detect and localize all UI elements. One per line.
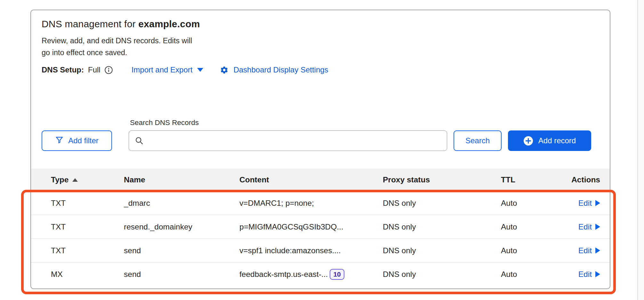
add-filter-button[interactable]: Add filter xyxy=(42,130,112,151)
page-right-edge-divider xyxy=(637,0,644,300)
edit-label: Edit xyxy=(578,222,592,231)
column-header-ttl: TTL xyxy=(501,175,564,184)
cell-ttl: Auto xyxy=(501,270,564,279)
caret-right-icon xyxy=(595,200,600,206)
search-button-label: Search xyxy=(465,136,490,145)
cell-name: _dmarc xyxy=(124,199,239,208)
table-row: TXT send v=spf1 include:amazonses.... DN… xyxy=(31,238,610,262)
description-line-1: Review, add, and edit DNS records. Edits… xyxy=(42,35,610,47)
page-title-prefix: DNS management for xyxy=(42,19,138,29)
table-row: TXT _dmarc v=DMARC1; p=none; DNS only Au… xyxy=(31,191,610,215)
column-header-actions: Actions xyxy=(571,175,610,184)
search-input[interactable] xyxy=(129,130,447,151)
cell-ttl: Auto xyxy=(501,199,564,208)
info-icon[interactable] xyxy=(104,66,113,74)
search-field-group: Search DNS Records xyxy=(129,119,447,151)
edit-record-link[interactable]: Edit xyxy=(578,270,600,279)
dns-setup-value: Full xyxy=(88,65,101,74)
edit-label: Edit xyxy=(578,270,592,279)
cell-ttl: Auto xyxy=(501,246,564,255)
column-header-name: Name xyxy=(124,175,239,184)
import-export-link[interactable]: Import and Export xyxy=(132,65,204,74)
cell-proxy-status: DNS only xyxy=(383,199,501,208)
caret-right-icon xyxy=(595,247,600,254)
plus-circle-icon xyxy=(523,136,533,146)
dashboard-display-settings-link[interactable]: Dashboard Display Settings xyxy=(220,65,328,74)
edit-label: Edit xyxy=(578,199,592,208)
cell-name: send xyxy=(124,270,239,279)
description-line-2: go into effect once saved. xyxy=(42,47,610,59)
dns-management-page: DNS management for example.com Review, a… xyxy=(0,0,644,300)
dns-management-card: DNS management for example.com Review, a… xyxy=(30,10,610,289)
dns-setup-label: DNS Setup: xyxy=(42,65,84,74)
table-header-row: Type Name Content Proxy status TTL Actio… xyxy=(31,169,610,191)
page-title: DNS management for example.com xyxy=(42,19,610,29)
cell-actions: Edit xyxy=(578,199,610,208)
cell-ttl: Auto xyxy=(501,222,564,231)
cell-content-text: feedback-smtp.us-east-... xyxy=(239,270,328,279)
chevron-down-icon xyxy=(197,68,203,72)
cell-content: v=DMARC1; p=none; xyxy=(239,199,383,208)
add-filter-label: Add filter xyxy=(68,136,99,145)
cell-actions: Edit xyxy=(578,222,610,231)
dns-records-table: Type Name Content Proxy status TTL Actio… xyxy=(31,169,610,286)
column-header-type[interactable]: Type xyxy=(51,175,124,184)
cell-content: feedback-smtp.us-east-... 10 xyxy=(239,269,383,280)
dns-setup-row: DNS Setup: Full Import and Export xyxy=(42,65,610,74)
column-header-type-label: Type xyxy=(51,175,68,184)
edit-record-link[interactable]: Edit xyxy=(578,222,600,231)
cell-type: TXT xyxy=(51,246,124,255)
caret-right-icon xyxy=(595,271,600,277)
cell-proxy-status: DNS only xyxy=(383,270,501,279)
cell-content: v=spf1 include:amazonses.... xyxy=(239,246,383,255)
column-header-content: Content xyxy=(239,175,383,184)
filter-funnel-icon xyxy=(55,136,64,146)
cell-proxy-status: DNS only xyxy=(383,246,501,255)
cell-type: MX xyxy=(51,270,124,279)
cell-type: TXT xyxy=(51,199,124,208)
cell-actions: Edit xyxy=(578,270,610,279)
gear-icon xyxy=(220,66,229,74)
sort-ascending-icon xyxy=(72,178,78,182)
edit-record-link[interactable]: Edit xyxy=(578,246,600,255)
table-row: TXT resend._domainkey p=MIGfMA0GCSqGSIb3… xyxy=(31,215,610,238)
cell-type: TXT xyxy=(51,222,124,231)
add-record-button[interactable]: Add record xyxy=(508,130,591,151)
search-icon xyxy=(135,136,144,146)
cell-name: resend._domainkey xyxy=(124,222,239,231)
table-row: MX send feedback-smtp.us-east-... 10 DNS… xyxy=(31,262,610,286)
search-button[interactable]: Search xyxy=(454,130,502,151)
edit-label: Edit xyxy=(578,246,592,255)
cell-proxy-status: DNS only xyxy=(383,222,501,231)
edit-record-link[interactable]: Edit xyxy=(578,199,600,208)
mx-priority-badge: 10 xyxy=(330,269,344,280)
cell-content: p=MIGfMA0GCSqGSIb3DQ... xyxy=(239,222,383,231)
cell-name: send xyxy=(124,246,239,255)
page-title-domain: example.com xyxy=(138,19,200,29)
search-toolbar: Add filter Search DNS Records Search xyxy=(42,119,610,151)
add-record-label: Add record xyxy=(538,136,576,145)
dashboard-display-settings-label: Dashboard Display Settings xyxy=(233,65,328,74)
search-field-label: Search DNS Records xyxy=(130,119,447,127)
caret-right-icon xyxy=(595,224,600,230)
page-description: Review, add, and edit DNS records. Edits… xyxy=(42,35,610,59)
import-export-label: Import and Export xyxy=(132,65,193,74)
search-input-wrap xyxy=(129,130,447,151)
column-header-proxy-status: Proxy status xyxy=(383,175,501,184)
cell-actions: Edit xyxy=(578,246,610,255)
